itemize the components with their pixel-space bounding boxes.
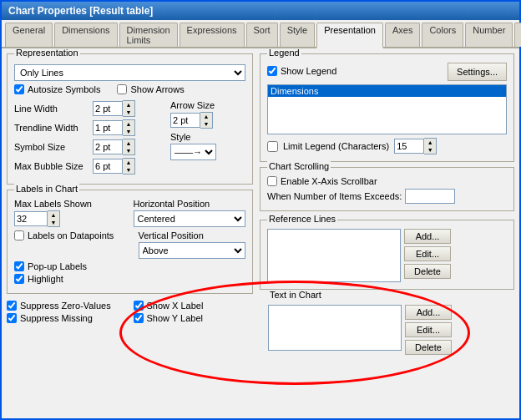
- limit-down[interactable]: ▼: [424, 146, 436, 154]
- legend-item[interactable]: Dimensions: [268, 85, 506, 97]
- labels-datapoints-cb[interactable]: [14, 230, 24, 240]
- symbol-up[interactable]: ▲: [123, 139, 134, 147]
- title-bar: Chart Properties [Result table]: [2, 2, 519, 20]
- suppress-zero-cb[interactable]: [7, 301, 17, 311]
- line-width-input[interactable]: [93, 101, 123, 116]
- bubble-down[interactable]: ▼: [123, 166, 134, 174]
- popup-labels-cb[interactable]: [14, 261, 24, 271]
- legend-listbox[interactable]: Dimensions: [267, 84, 507, 134]
- tab-axes[interactable]: Axes: [385, 23, 420, 47]
- show-y-label: Show Y Label: [147, 313, 203, 323]
- reference-delete-btn[interactable]: Delete: [404, 264, 451, 279]
- tab-bar: General Dimensions Dimension Limits Expr…: [2, 20, 519, 48]
- max-bubble-spin: ▲ ▼: [93, 158, 135, 175]
- representation-group: Representation Only Lines Autosize Symbo…: [7, 53, 253, 185]
- bubble-up[interactable]: ▲: [123, 159, 134, 166]
- symbol-size-label: Symbol Size: [14, 142, 89, 152]
- max-labels-up[interactable]: ▲: [48, 211, 59, 219]
- text-chart-btns: Add... Edit... Delete: [405, 305, 452, 355]
- bubble-spinbtns: ▲ ▼: [123, 158, 135, 175]
- style-label: Style: [170, 132, 245, 142]
- show-x-label-row: Show X Label: [134, 301, 254, 311]
- window-title: Chart Properties [Result table]: [8, 5, 153, 17]
- representation-title: Representation: [14, 48, 80, 58]
- chart-scrolling-group: Chart Scrolling Enable X-Axis Scrollbar …: [260, 167, 514, 211]
- max-bubble-input[interactable]: [93, 159, 123, 174]
- arrow-size-up[interactable]: ▲: [200, 113, 212, 120]
- tab-sort[interactable]: Sort: [246, 23, 278, 47]
- tab-general[interactable]: General: [5, 23, 53, 47]
- settings-btn[interactable]: Settings...: [448, 63, 507, 81]
- tab-colors[interactable]: Colors: [422, 23, 463, 47]
- arrow-size-input[interactable]: [170, 113, 200, 128]
- popup-labels-label: Pop-up Labels: [28, 261, 87, 271]
- reference-edit-btn[interactable]: Edit...: [404, 246, 451, 261]
- max-bubble-label: Max Bubble Size: [14, 161, 89, 171]
- tab-font[interactable]: Font: [514, 23, 521, 47]
- horiz-pos-select[interactable]: Centered: [134, 210, 246, 227]
- arrow-size-down[interactable]: ▼: [200, 120, 212, 128]
- representation-select[interactable]: Only Lines: [14, 64, 245, 81]
- show-x-label: Show X Label: [147, 301, 204, 311]
- arrow-size-spin: ▲ ▼: [170, 112, 245, 129]
- reference-add-btn[interactable]: Add...: [404, 229, 451, 244]
- autosize-symbols-checkbox[interactable]: [14, 84, 24, 94]
- tab-dimensions[interactable]: Dimensions: [54, 23, 117, 47]
- text-chart-listbox[interactable]: [268, 305, 402, 351]
- horiz-pos-label: Horizontal Position: [134, 199, 246, 209]
- show-x-cb[interactable]: [134, 301, 144, 311]
- symbol-size-input[interactable]: [93, 139, 123, 154]
- limit-legend-input[interactable]: [394, 139, 424, 154]
- limit-legend-cb[interactable]: [267, 141, 278, 152]
- max-labels-input[interactable]: [14, 211, 48, 226]
- text-chart-delete-btn[interactable]: Delete: [405, 340, 452, 355]
- suppress-zero-row: Suppress Zero-Values: [7, 301, 127, 311]
- max-labels-spin: ▲ ▼: [14, 210, 127, 227]
- labels-group: Labels in Chart Max Labels Shown ▲ ▼: [7, 190, 253, 294]
- show-arrows-checkbox[interactable]: [117, 84, 127, 94]
- reference-btns: Add... Edit... Delete: [404, 229, 451, 279]
- text-chart-add-btn[interactable]: Add...: [405, 305, 452, 320]
- enable-xaxis-cb[interactable]: [267, 176, 277, 186]
- limit-up[interactable]: ▲: [424, 139, 436, 146]
- content-area: Representation Only Lines Autosize Symbo…: [2, 48, 519, 418]
- suppress-missing-cb[interactable]: [7, 313, 17, 323]
- when-exceeds-label: When Number of Items Exceeds:: [267, 191, 402, 201]
- trendline-up[interactable]: ▲: [123, 120, 134, 128]
- show-y-label-row: Show Y Label: [134, 313, 254, 323]
- vert-pos-label: Vertical Position: [139, 230, 246, 240]
- text-chart-edit-btn[interactable]: Edit...: [405, 322, 452, 337]
- when-exceeds-input[interactable]: [405, 189, 455, 204]
- enable-xaxis-label: Enable X-Axis Scrollbar: [281, 176, 377, 186]
- highlight-cb[interactable]: [14, 274, 24, 284]
- show-y-cb[interactable]: [134, 313, 144, 323]
- trendline-width-spin: ▲ ▼: [93, 119, 135, 136]
- tab-presentation[interactable]: Presentation: [316, 23, 383, 48]
- vert-pos-select[interactable]: Above: [139, 242, 246, 259]
- limit-legend-row: Limit Legend (Characters) ▲ ▼: [267, 138, 507, 154]
- line-width-label: Line Width: [14, 104, 89, 114]
- reference-listbox[interactable]: [267, 229, 401, 282]
- highlight-row: Highlight: [14, 274, 245, 284]
- tab-style[interactable]: Style: [280, 23, 315, 47]
- symbol-down[interactable]: ▼: [123, 147, 134, 154]
- trendline-down[interactable]: ▼: [123, 128, 134, 135]
- max-labels-down[interactable]: ▼: [48, 219, 59, 226]
- autosize-symbols-label: Autosize Symbols: [28, 84, 100, 94]
- trendline-width-input[interactable]: [93, 120, 123, 135]
- style-select[interactable]: ——→: [170, 144, 216, 160]
- labels-title: Labels in Chart: [14, 184, 79, 194]
- max-labels-spinbtns: ▲ ▼: [48, 210, 60, 227]
- line-width-up[interactable]: ▲: [123, 101, 134, 109]
- tab-dimension-limits[interactable]: Dimension Limits: [119, 23, 178, 47]
- arrow-size-label: Arrow Size: [170, 100, 245, 110]
- suppress-missing-label: Suppress Missing: [20, 313, 93, 323]
- trendline-spinbtns: ▲ ▼: [123, 119, 135, 136]
- show-legend-cb[interactable]: [267, 66, 277, 76]
- line-width-down[interactable]: ▼: [123, 109, 134, 116]
- labels-datapoints-label: Labels on Datapoints: [28, 230, 114, 240]
- tab-expressions[interactable]: Expressions: [180, 23, 245, 47]
- text-chart-title: Text in Chart: [268, 290, 323, 300]
- tab-number[interactable]: Number: [465, 23, 513, 47]
- line-width-spin: ▲ ▼: [93, 100, 135, 117]
